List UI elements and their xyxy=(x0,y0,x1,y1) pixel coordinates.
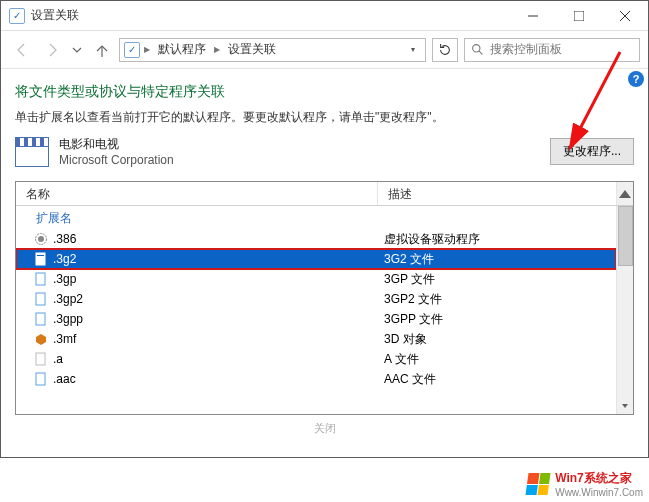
app-icon: ✓ xyxy=(9,8,25,24)
breadcrumb-item[interactable]: 默认程序 xyxy=(154,41,210,58)
page-heading: 将文件类型或协议与特定程序关联 xyxy=(15,83,634,101)
page-subtext: 单击扩展名以查看当前打开它的默认程序。要更改默认程序，请单击"更改程序"。 xyxy=(15,109,634,126)
refresh-button[interactable] xyxy=(432,38,458,62)
file-icon xyxy=(34,312,48,326)
selected-app-row: 电影和电视 Microsoft Corporation 更改程序... xyxy=(15,136,634,167)
list-header: 名称 描述 xyxy=(16,182,633,206)
chevron-right-icon: ▶ xyxy=(144,45,150,54)
address-wrap: ✓ ▶ 默认程序 ▶ 设置关联 ▾ 搜索控制面板 xyxy=(119,38,640,62)
search-placeholder: 搜索控制面板 xyxy=(490,41,562,58)
table-row[interactable]: .aac AAC 文件 xyxy=(16,369,616,389)
search-icon xyxy=(471,43,484,56)
minimize-button[interactable] xyxy=(510,1,556,30)
file-icon xyxy=(34,372,48,386)
close-label: 关闭 xyxy=(314,421,336,436)
content-area: ? 将文件类型或协议与特定程序关联 单击扩展名以查看当前打开它的默认程序。要更改… xyxy=(1,69,648,457)
table-row[interactable]: .3g2 3G2 文件 xyxy=(16,249,616,269)
rows-container: 扩展名 .386 虚拟设备驱动程序 .3g2 3G2 文件 .3gp 3GP 文… xyxy=(16,206,616,414)
address-icon: ✓ xyxy=(124,42,140,58)
close-button[interactable] xyxy=(602,1,648,30)
file-icon xyxy=(34,272,48,286)
watermark-url: Www.Winwin7.Com xyxy=(555,487,643,498)
gear-icon xyxy=(34,232,48,246)
svg-rect-17 xyxy=(36,373,45,385)
svg-point-5 xyxy=(473,45,480,52)
scroll-thumb[interactable] xyxy=(618,206,633,266)
search-input[interactable]: 搜索控制面板 xyxy=(464,38,640,62)
vertical-scrollbar[interactable] xyxy=(616,206,633,414)
nav-row: ✓ ▶ 默认程序 ▶ 设置关联 ▾ 搜索控制面板 xyxy=(1,31,648,69)
file-icon xyxy=(34,292,48,306)
scroll-down-button[interactable] xyxy=(617,397,633,414)
svg-rect-11 xyxy=(37,255,44,256)
svg-rect-1 xyxy=(574,11,584,21)
table-row[interactable]: .3mf 3D 对象 xyxy=(16,329,616,349)
address-bar[interactable]: ✓ ▶ 默认程序 ▶ 设置关联 ▾ xyxy=(119,38,426,62)
scroll-up-button[interactable] xyxy=(616,182,633,205)
svg-point-8 xyxy=(38,236,44,242)
titlebar: ✓ 设置关联 xyxy=(1,1,648,31)
table-row[interactable]: .3gp 3GP 文件 xyxy=(16,269,616,289)
app-vendor: Microsoft Corporation xyxy=(59,153,174,167)
svg-line-6 xyxy=(479,51,482,54)
nav-back-button[interactable] xyxy=(9,37,35,63)
app-info: 电影和电视 Microsoft Corporation xyxy=(59,136,174,167)
file-type-list: 名称 描述 扩展名 .386 虚拟设备驱动程序 .3g2 3G2 文件 xyxy=(15,181,634,415)
maximize-button[interactable] xyxy=(556,1,602,30)
table-row[interactable]: .3gp2 3GP2 文件 xyxy=(16,289,616,309)
column-name-header[interactable]: 名称 xyxy=(16,182,378,205)
breadcrumb-item[interactable]: 设置关联 xyxy=(224,41,280,58)
address-dropdown-icon[interactable]: ▾ xyxy=(405,45,421,54)
file-icon xyxy=(34,252,48,266)
nav-forward-button[interactable] xyxy=(39,37,65,63)
movies-tv-icon xyxy=(15,137,49,167)
svg-marker-15 xyxy=(36,334,46,345)
footer-bar: 关闭 xyxy=(15,415,634,446)
file-icon xyxy=(34,352,48,366)
column-desc-header[interactable]: 描述 xyxy=(378,182,616,205)
table-row[interactable]: .386 虚拟设备驱动程序 xyxy=(16,229,616,249)
svg-rect-16 xyxy=(36,353,45,365)
svg-marker-18 xyxy=(622,404,628,408)
help-icon[interactable]: ? xyxy=(628,71,644,87)
nav-up-button[interactable] xyxy=(89,37,115,63)
svg-rect-12 xyxy=(36,273,45,285)
svg-rect-10 xyxy=(36,253,45,265)
window-title: 设置关联 xyxy=(31,7,510,24)
app-name: 电影和电视 xyxy=(59,136,174,153)
group-header: 扩展名 xyxy=(16,206,616,229)
svg-rect-14 xyxy=(36,313,45,325)
table-row[interactable]: .3gpp 3GPP 文件 xyxy=(16,309,616,329)
list-body: 扩展名 .386 虚拟设备驱动程序 .3g2 3G2 文件 .3gp 3GP 文… xyxy=(16,206,633,414)
svg-marker-7 xyxy=(619,190,631,198)
change-program-button[interactable]: 更改程序... xyxy=(550,138,634,165)
window-controls xyxy=(510,1,648,30)
table-row[interactable]: .a A 文件 xyxy=(16,349,616,369)
nav-history-dropdown[interactable] xyxy=(69,37,85,63)
windows-logo-icon xyxy=(526,473,551,495)
cube-icon xyxy=(34,332,48,346)
watermark-brand: Win7系统之家 xyxy=(555,470,643,487)
svg-rect-13 xyxy=(36,293,45,305)
watermark: Win7系统之家 Www.Winwin7.Com xyxy=(527,470,643,498)
settings-window: ✓ 设置关联 ✓ ▶ 默认程序 ▶ 设置关联 ▾ xyxy=(0,0,649,458)
chevron-right-icon: ▶ xyxy=(214,45,220,54)
